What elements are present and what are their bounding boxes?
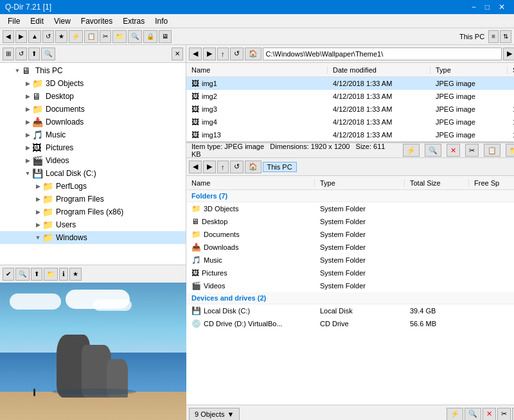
folder-row-desktop[interactable]: 🖥Desktop System Folder	[186, 215, 514, 228]
bottom-col-free[interactable]: Free Sp	[469, 179, 514, 187]
left-panel-close[interactable]: ✕	[172, 48, 183, 60]
tree-expander-documents[interactable]: ▶	[23, 106, 32, 112]
tree-expander-3dobjects[interactable]: ▶	[23, 80, 32, 87]
file-row-img4[interactable]: 🖼img4 4/12/2018 1:33 AM JPEG image 1	[186, 116, 514, 128]
menu-view[interactable]: View	[49, 15, 76, 27]
tree-item-windows[interactable]: ▼ 📁 Windows	[0, 231, 186, 244]
left-toolbar-btn-refresh[interactable]: ↺	[15, 48, 27, 60]
tree-item-desktop[interactable]: ▶ 🖥 Desktop	[0, 90, 186, 103]
toolbar-sort-btn[interactable]: ⇅	[500, 30, 511, 43]
file-row-img13[interactable]: 🖼img13 4/12/2018 1:33 AM JPEG image 1	[186, 128, 514, 141]
nav-refresh-btn[interactable]: ↺	[230, 48, 244, 60]
tree-expander-pictures[interactable]: ▶	[23, 144, 32, 151]
left-bottom-btn-info[interactable]: ℹ	[59, 268, 68, 281]
left-bottom-btn-search[interactable]: 🔍	[15, 268, 30, 281]
tree-item-thispc[interactable]: ▼ 🖥 This PC	[0, 64, 186, 77]
status-mid-btn3[interactable]: ✕	[447, 144, 460, 157]
toolbar-btn-11[interactable]: 🔒	[143, 30, 157, 43]
toolbar-btn-4[interactable]: ↺	[42, 30, 54, 43]
menu-edit[interactable]: Edit	[25, 15, 49, 27]
close-button[interactable]: ✕	[495, 1, 509, 13]
tree-expander-localdisk[interactable]: ▼	[23, 170, 32, 177]
bottom-col-type[interactable]: Type	[315, 179, 405, 187]
bottom-toolbar-btn4[interactable]: ✂	[497, 408, 511, 421]
toolbar-btn-8[interactable]: ✂	[100, 30, 111, 43]
status-mid-btn1[interactable]: ⚡	[403, 144, 420, 157]
tree-item-3dobjects[interactable]: ▶ 📁 3D Objects	[0, 77, 186, 90]
toolbar-btn-10[interactable]: 🔍	[128, 30, 142, 43]
toolbar-btn-9[interactable]: 📁	[112, 30, 127, 43]
bottom-toolbar-btn1[interactable]: ⚡	[447, 408, 463, 421]
tree-item-videos[interactable]: ▶ 🎬 Videos	[0, 154, 186, 167]
tree-expander-perflogs[interactable]: ▶	[33, 183, 42, 189]
nav-up-btn[interactable]: ↑	[217, 48, 229, 60]
drive-row-d[interactable]: 💿CD Drive (D:) VirtualBo... CD Drive 56.…	[186, 317, 514, 330]
menu-favorites[interactable]: Favorites	[76, 15, 118, 27]
tree-expander-users[interactable]: ▶	[33, 222, 42, 228]
nav-back-btn[interactable]: ◀	[189, 48, 202, 60]
bottom-nav-home[interactable]: 🏠	[245, 161, 261, 173]
left-bottom-btn-star[interactable]: ★	[69, 268, 82, 281]
toolbar-btn-7[interactable]: 📋	[84, 30, 98, 43]
status-mid-btn5[interactable]: 📋	[484, 144, 501, 157]
tree-expander-desktop[interactable]: ▶	[23, 93, 32, 100]
nav-home-btn[interactable]: 🏠	[245, 48, 261, 60]
bottom-toolbar-btn3[interactable]: ✕	[483, 408, 496, 421]
drive-row-c[interactable]: 💾Local Disk (C:) Local Disk 39.4 GB	[186, 304, 514, 317]
menu-extras[interactable]: Extras	[118, 15, 150, 27]
tree-item-pictures[interactable]: ▶ 🖼 Pictures	[0, 141, 186, 154]
tree-item-documents[interactable]: ▶ 📁 Documents	[0, 103, 186, 116]
file-row-img3[interactable]: 🖼img3 4/12/2018 1:33 AM JPEG image 1	[186, 103, 514, 116]
folder-row-3dobjects[interactable]: 📁3D Objects System Folder	[186, 202, 514, 215]
tree-expander-thispc[interactable]: ▼	[13, 67, 22, 74]
col-name[interactable]: Name	[186, 66, 328, 74]
toolbar-view-btn[interactable]: ≡	[488, 30, 499, 43]
tree-item-programfilesx86[interactable]: ▶ 📁 Program Files (x86)	[0, 206, 186, 218]
bottom-nav-refresh[interactable]: ↺	[230, 161, 244, 173]
toolbar-btn-3[interactable]: ▲	[28, 30, 41, 43]
tree-item-localdisk[interactable]: ▼ 💾 Local Disk (C:)	[0, 167, 186, 180]
bottom-col-total[interactable]: Total Size	[405, 179, 469, 187]
left-toolbar-btn-up[interactable]: ⬆	[28, 48, 40, 60]
bottom-file-list[interactable]: Name Type Total Size Free Sp Folders (7)…	[186, 176, 514, 405]
folder-row-music[interactable]: 🎵Music System Folder	[186, 254, 514, 267]
tree-expander-windows[interactable]: ▼	[33, 234, 42, 241]
tree-expander-programfiles[interactable]: ▶	[33, 196, 42, 202]
nav-go-btn[interactable]: ▶	[503, 48, 514, 60]
nav-forward-btn[interactable]: ▶	[203, 48, 216, 60]
menu-info[interactable]: Info	[150, 15, 173, 27]
minimize-button[interactable]: −	[468, 1, 480, 13]
folder-row-documents[interactable]: 📁Documents System Folder	[186, 228, 514, 241]
file-row-img1[interactable]: 🖼img1 4/12/2018 1:33 AM JPEG image	[186, 77, 514, 90]
tree-item-programfiles[interactable]: ▶ 📁 Program Files	[0, 193, 186, 206]
file-row-img2[interactable]: 🖼img2 4/12/2018 1:33 AM JPEG image	[186, 90, 514, 103]
status-mid-btn2[interactable]: 🔍	[425, 144, 441, 157]
bottom-nav-up[interactable]: ↑	[217, 161, 229, 173]
menu-file[interactable]: File	[3, 15, 25, 27]
tree-expander-music[interactable]: ▶	[23, 132, 32, 138]
toolbar-btn-2[interactable]: ▶	[15, 30, 27, 43]
left-bottom-btn-check[interactable]: ✔	[3, 268, 14, 281]
left-toolbar-btn-expand[interactable]: ⊞	[3, 48, 14, 60]
tree-item-users[interactable]: ▶ 📁 Users	[0, 218, 186, 231]
folder-row-downloads[interactable]: 📥Downloads System Folder	[186, 241, 514, 254]
col-date[interactable]: Date modified	[328, 66, 430, 74]
toolbar-btn-6[interactable]: ⚡	[69, 30, 83, 43]
col-size[interactable]: Size	[508, 66, 514, 74]
col-type[interactable]: Type	[430, 66, 508, 74]
left-toolbar-btn-search[interactable]: 🔍	[41, 48, 55, 60]
maximize-button[interactable]: □	[481, 1, 493, 13]
folder-row-pictures[interactable]: 🖼Pictures System Folder	[186, 267, 514, 279]
tree-expander-videos[interactable]: ▶	[23, 157, 32, 164]
status-mid-btn6[interactable]: 📁	[506, 144, 514, 157]
toolbar-btn-5[interactable]: ★	[55, 30, 67, 43]
tree-expander-downloads[interactable]: ▶	[23, 119, 32, 125]
status-mid-btn4[interactable]: ✂	[465, 144, 479, 157]
tree-expander-programfilesx86[interactable]: ▶	[33, 209, 42, 215]
bottom-nav-forward[interactable]: ▶	[203, 161, 216, 173]
tree-view[interactable]: ▼ 🖥 This PC ▶ 📁 3D Objects ▶ 🖥 Desktop	[0, 63, 186, 265]
tree-item-music[interactable]: ▶ 🎵 Music	[0, 128, 186, 141]
tree-item-downloads[interactable]: ▶ 📥 Downloads	[0, 116, 186, 128]
toolbar-btn-1[interactable]: ◀	[3, 30, 14, 43]
bottom-toolbar-btn2[interactable]: 🔍	[465, 408, 481, 421]
